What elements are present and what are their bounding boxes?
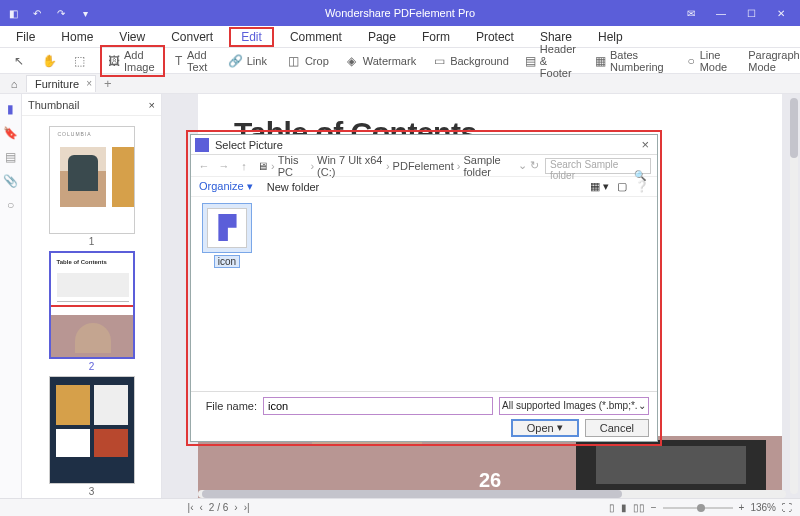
new-folder-button[interactable]: New folder [267,181,320,193]
dialog-footer: File name: All supported Images (*.bmp;*… [191,391,657,441]
pc-icon: 🖥 [257,160,268,172]
edit-object-tool[interactable]: ⬚ [66,52,92,70]
bookmark-panel-icon[interactable]: 🔖 [4,126,18,140]
next-page-icon[interactable]: › [234,502,237,513]
add-text-button[interactable]: TAdd Text [169,47,219,75]
cancel-button[interactable]: Cancel [585,419,649,437]
open-button[interactable]: Open ▾ [511,419,579,437]
cursor-icon: ↖ [12,54,26,68]
zoom-out-icon[interactable]: − [651,502,657,513]
nav-back-icon[interactable]: ← [197,160,211,172]
minimize-icon[interactable]: — [706,0,736,26]
bates-button[interactable]: ▦Bates Numbering [589,47,673,75]
nav-up-icon[interactable]: ↑ [237,160,251,172]
file-list[interactable]: ▛ icon [191,197,657,391]
filetype-select[interactable]: All supported Images (*.bmp;*.⌄ [499,397,649,415]
dialog-close-icon[interactable]: × [637,137,653,152]
undo-icon[interactable]: ↶ [30,6,44,20]
search-input[interactable]: Search Sample folder 🔍 [545,158,651,174]
select-picture-highlight: Select Picture × ← → ↑ 🖥 ›This PC ›Win 7… [186,130,662,446]
dialog-app-icon [195,138,209,152]
organize-menu[interactable]: Organize ▾ [199,180,253,193]
zoom-slider[interactable] [663,507,733,509]
header-footer-button[interactable]: ▤Header & Footer [519,41,585,81]
image-icon: 🖼 [108,54,120,68]
dialog-nav: ← → ↑ 🖥 ›This PC ›Win 7 Ult x64 (C:) ›PD… [191,155,657,177]
breadcrumb[interactable]: 🖥 ›This PC ›Win 7 Ult x64 (C:) ›PDFeleme… [257,154,539,178]
home-tab-icon[interactable]: ⌂ [6,76,22,92]
titlebar: ◧ ↶ ↷ ▾ Wondershare PDFelement Pro ✉ — ☐… [0,0,800,26]
add-tab-icon[interactable]: + [96,76,120,91]
close-icon[interactable]: ✕ [766,0,796,26]
menu-page[interactable]: Page [358,27,406,47]
maximize-icon[interactable]: ☐ [736,0,766,26]
fullscreen-icon[interactable]: ⛶ [782,502,792,513]
thumbnail-title: Thumbnail [28,99,79,111]
view-cont-icon[interactable]: ▮ [621,502,627,513]
background-icon: ▭ [432,54,446,68]
save-icon[interactable]: ▾ [78,6,92,20]
file-item-icon[interactable]: ▛ icon [197,203,257,268]
document-tab[interactable]: Furniture × [26,75,96,92]
app-logo-icon: ◧ [6,6,20,20]
vertical-scrollbar-thumb[interactable] [790,98,798,158]
add-image-label: Add Image [124,49,157,73]
zoom-value[interactable]: 136% [750,502,776,513]
horizontal-scrollbar-thumb[interactable] [202,490,622,498]
headerfooter-icon: ▤ [525,54,536,68]
radio-off-icon: ○ [687,54,696,68]
thumbnail-page-1[interactable]: COLUMBIA [49,126,135,234]
attachment-panel-icon[interactable]: 📎 [4,174,18,188]
menu-help[interactable]: Help [588,27,633,47]
background-button[interactable]: ▭Background [426,52,515,70]
view-file-icon[interactable]: ▢ [617,180,627,193]
add-image-button[interactable]: 🖼Add Image [100,45,165,77]
menu-view[interactable]: View [109,27,155,47]
crop-button[interactable]: ◫Crop [281,52,335,70]
tab-strip: ⌂ Furniture × + [0,74,800,94]
thumbnail-page-2[interactable]: Table of Contents [49,251,135,359]
watermark-icon: ◈ [345,54,359,68]
dialog-title: Select Picture [215,139,283,151]
menu-comment[interactable]: Comment [280,27,352,47]
hand-icon: ✋ [42,54,56,68]
link-button[interactable]: 🔗Link [223,52,273,70]
page-indicator[interactable]: 2 / 6 [209,502,228,513]
dialog-toolbar: Organize ▾ New folder ▦ ▾ ▢ ❔ [191,177,657,197]
prev-page-icon[interactable]: ‹ [200,502,203,513]
edit-icon: ⬚ [72,54,86,68]
line-mode-toggle[interactable]: ○Line Mode [681,47,739,75]
menu-file[interactable]: File [6,27,45,47]
menu-home[interactable]: Home [51,27,103,47]
panel-close-icon[interactable]: × [149,99,155,111]
menu-edit[interactable]: Edit [229,27,274,47]
redo-icon[interactable]: ↷ [54,6,68,20]
first-page-icon[interactable]: |‹ [188,502,194,513]
menu-form[interactable]: Form [412,27,460,47]
link-icon: 🔗 [229,54,243,68]
status-bar: |‹ ‹ 2 / 6 › ›| ▯ ▮ ▯▯ − + 136% ⛶ [0,498,800,516]
filename-input[interactable] [263,397,493,415]
bates-icon: ▦ [595,54,606,68]
search-panel-icon[interactable]: ○ [4,198,18,212]
chevron-down-icon: ⌄ [638,400,646,411]
watermark-button[interactable]: ◈Watermark [339,52,422,70]
thumbnail-page-3[interactable] [49,376,135,484]
menu-protect[interactable]: Protect [466,27,524,47]
hand-tool[interactable]: ✋ [36,52,62,70]
paragraph-mode-toggle[interactable]: Paragraph Mode [742,47,800,75]
view-two-icon[interactable]: ▯▯ [633,502,645,513]
help-icon[interactable]: ❔ [635,180,649,193]
thumbnail-panel-icon[interactable]: ▮ [4,102,18,116]
menu-convert[interactable]: Convert [161,27,223,47]
annotation-panel-icon[interactable]: ▤ [4,150,18,164]
zoom-in-icon[interactable]: + [739,502,745,513]
select-tool[interactable]: ↖ [6,52,32,70]
view-layout-icon[interactable]: ▦ ▾ [590,180,609,193]
tab-close-icon[interactable]: × [86,78,92,89]
view-single-icon[interactable]: ▯ [609,502,615,513]
last-page-icon[interactable]: ›| [244,502,250,513]
mail-icon[interactable]: ✉ [676,0,706,26]
nav-fwd-icon[interactable]: → [217,160,231,172]
thumbnail-panel: Thumbnail × COLUMBIA 1 Table of Contents… [22,94,162,498]
